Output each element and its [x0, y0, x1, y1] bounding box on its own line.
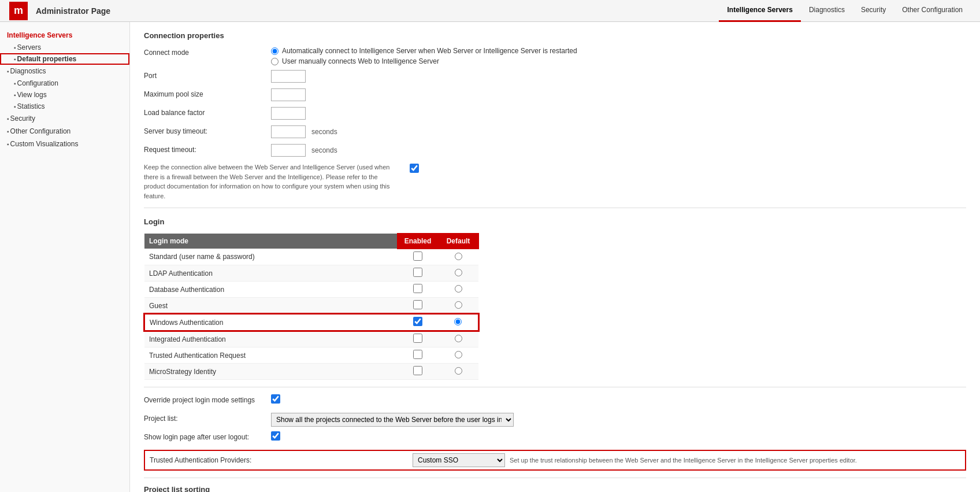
login-mode-cell: Guest: [144, 298, 398, 315]
login-enabled-cell: [398, 265, 438, 282]
sidebar-security[interactable]: Security: [0, 112, 129, 125]
request-timeout-input[interactable]: 40: [271, 144, 306, 157]
connection-properties-title: Connection properties: [144, 31, 966, 40]
login-enabled-cell: [398, 314, 438, 331]
connect-mode-manual-row[interactable]: User manually connects Web to Intelligen…: [271, 57, 577, 65]
login-mode-header: Login mode: [144, 234, 398, 249]
login-enabled-cell: [398, 347, 438, 364]
show-login-page-checkbox[interactable]: [271, 431, 280, 441]
sidebar-diagnostics[interactable]: Diagnostics: [0, 65, 129, 77]
connect-mode-row: Connect mode Automatically connect to In…: [144, 47, 966, 65]
sidebar-item-default-properties[interactable]: Default properties: [0, 53, 129, 65]
login-mode-cell: Trusted Authentication Request: [144, 347, 398, 364]
login-enabled-cell: [398, 282, 438, 298]
login-default-cell: [438, 298, 478, 315]
sidebar-item-statistics[interactable]: Statistics: [0, 101, 129, 112]
login-table-row: Guest: [144, 298, 478, 315]
server-busy-label: Server busy timeout:: [144, 125, 271, 135]
main-content: Connection properties Connect mode Autom…: [130, 22, 980, 492]
login-default-cell: [438, 282, 478, 298]
login-mode-cell: Standard (user name & password): [144, 249, 398, 265]
login-default-cell: [438, 331, 478, 347]
login-enabled-checkbox[interactable]: [413, 366, 422, 375]
max-pool-input[interactable]: 50: [271, 88, 306, 101]
max-pool-label: Maximum pool size: [144, 88, 271, 98]
connect-mode-auto-row[interactable]: Automatically connect to Intelligence Se…: [271, 47, 577, 55]
trusted-auth-label: Trusted Authentication Providers:: [150, 456, 413, 464]
show-login-page-label: Show login page after user logout:: [144, 431, 271, 441]
login-enabled-cell: [398, 298, 438, 315]
port-input[interactable]: 0: [271, 70, 306, 83]
top-bar: m Administrator Page Intelligence Server…: [0, 0, 980, 22]
tab-other-configuration[interactable]: Other Configuration: [894, 0, 971, 22]
login-enabled-checkbox[interactable]: [413, 300, 422, 309]
login-default-radio[interactable]: [455, 367, 462, 375]
login-table-row: Standard (user name & password): [144, 249, 478, 265]
divider-1: [144, 208, 966, 208]
keep-alive-checkbox[interactable]: [410, 164, 419, 173]
page-title: Administrator Page: [36, 6, 110, 16]
login-default-cell: [438, 347, 478, 364]
max-pool-control: 50: [271, 88, 966, 101]
sidebar-other-configuration[interactable]: Other Configuration: [0, 125, 129, 138]
sidebar-item-configuration[interactable]: Configuration: [0, 77, 129, 89]
override-project-row: Override project login mode settings: [144, 394, 966, 408]
server-busy-row: Server busy timeout: 10 seconds: [144, 125, 966, 139]
sidebar-custom-visualizations[interactable]: Custom Visualizations: [0, 138, 129, 150]
load-balance-input[interactable]: 1: [271, 107, 306, 120]
login-default-cell: [438, 249, 478, 265]
login-table-row: Trusted Authentication Request: [144, 347, 478, 364]
login-enabled-checkbox[interactable]: [413, 268, 422, 277]
login-enabled-checkbox[interactable]: [413, 251, 422, 261]
server-busy-input[interactable]: 10: [271, 125, 306, 138]
login-enabled-cell: [398, 249, 438, 265]
sidebar-section-diagnostics: Diagnostics Configuration View logs Stat…: [0, 65, 129, 112]
tab-intelligence-servers[interactable]: Intelligence Servers: [719, 0, 800, 22]
login-enabled-checkbox[interactable]: [413, 317, 422, 326]
login-enabled-checkbox[interactable]: [413, 334, 422, 343]
trusted-auth-select[interactable]: Custom SSO None: [413, 453, 505, 467]
project-list-select[interactable]: Show all the projects connected to the W…: [271, 413, 514, 427]
request-timeout-unit: seconds: [311, 146, 337, 154]
login-mode-cell: Windows Authentication: [144, 314, 398, 331]
connect-mode-label: Connect mode: [144, 47, 271, 57]
connect-mode-manual-label: User manually connects Web to Intelligen…: [282, 57, 439, 65]
login-table-row: Integrated Authentication: [144, 331, 478, 347]
login-default-radio[interactable]: [455, 253, 462, 260]
load-balance-row: Load balance factor 1: [144, 107, 966, 121]
login-default-radio[interactable]: [455, 301, 462, 309]
connect-mode-radio-group: Automatically connect to Intelligence Se…: [271, 47, 577, 65]
port-row: Port 0: [144, 70, 966, 84]
login-enabled-cell: [398, 364, 438, 380]
login-mode-cell: LDAP Authentication: [144, 265, 398, 282]
project-list-row: Project list: Show all the projects conn…: [144, 413, 966, 427]
sidebar-intelligence-servers[interactable]: Intelligence Servers: [0, 29, 129, 42]
divider-3: [144, 478, 966, 478]
login-default-radio[interactable]: [455, 269, 462, 276]
show-login-page-row: Show login page after user logout:: [144, 431, 966, 445]
login-enabled-checkbox[interactable]: [413, 284, 422, 293]
login-default-radio[interactable]: [454, 318, 462, 325]
override-project-checkbox[interactable]: [271, 394, 280, 404]
tab-security[interactable]: Security: [853, 0, 894, 22]
load-balance-label: Load balance factor: [144, 107, 271, 117]
request-timeout-label: Request timeout:: [144, 144, 271, 154]
connect-mode-manual-radio[interactable]: [271, 58, 279, 65]
tab-diagnostics[interactable]: Diagnostics: [801, 0, 853, 22]
login-table-row: MicroStrategy Identity: [144, 364, 478, 380]
connect-mode-auto-radio[interactable]: [271, 47, 279, 55]
trusted-auth-info: Set up the trust relationship between th…: [510, 457, 960, 464]
project-list-sorting-title: Project list sorting: [144, 485, 966, 492]
login-enabled-checkbox[interactable]: [413, 350, 422, 359]
sidebar-item-view-logs[interactable]: View logs: [0, 89, 129, 101]
login-default-radio[interactable]: [455, 335, 462, 342]
login-default-cell: [438, 364, 478, 380]
override-project-label: Override project login mode settings: [144, 394, 271, 404]
divider-2: [144, 387, 966, 387]
server-busy-control: 10 seconds: [271, 125, 966, 138]
login-default-radio[interactable]: [455, 351, 462, 358]
trusted-auth-row: Trusted Authentication Providers: Custom…: [144, 450, 966, 471]
sidebar-section-intelligence: Intelligence Servers Servers Default pro…: [0, 29, 129, 65]
sidebar-item-servers[interactable]: Servers: [0, 42, 129, 53]
login-default-radio[interactable]: [455, 285, 462, 293]
